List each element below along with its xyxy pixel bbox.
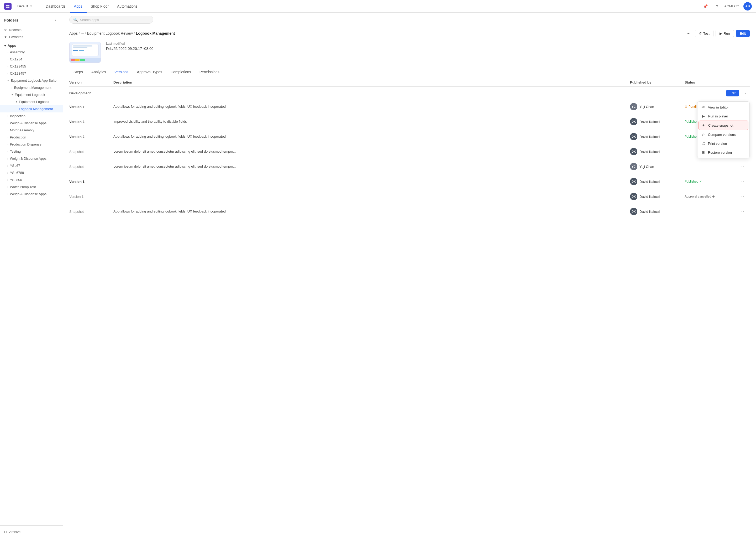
dropdown-run-player[interactable]: ▶ Run in player — [697, 112, 749, 121]
dropdown-create-snapshot[interactable]: ✦ Create snapshot — [698, 121, 748, 130]
sidebar-item-label: Production Dispense — [10, 142, 41, 146]
dropdown-print-version[interactable]: 🖨 Print version — [697, 139, 749, 148]
last-modified-label: Last modified — [106, 42, 154, 45]
section-actions: Edit ⋯ — [726, 89, 750, 97]
tab-automations[interactable]: Automations — [113, 0, 142, 13]
table-row: Snapshot Lorem ipsum dolor sit amet, con… — [69, 159, 750, 174]
search-input[interactable] — [80, 18, 149, 22]
user-avatar-placeholder: DK — [630, 178, 638, 185]
tab-shop-floor[interactable]: Shop Floor — [87, 0, 113, 13]
sidebar-item-weigh-dispense[interactable]: › Weigh & Dispense Apps — [0, 120, 63, 127]
chevron-down-icon: ▾ — [16, 100, 17, 103]
sidebar-section-apps[interactable]: ▾ Apps — [0, 41, 63, 49]
sidebar-item-inspection[interactable]: › Inspection — [0, 112, 63, 120]
sidebar-item-equipment-management[interactable]: › Equipment Management — [0, 84, 63, 91]
row-more-button[interactable]: ⋯ — [739, 162, 748, 171]
sidebar-item-cx123455[interactable]: › CX123455 — [0, 63, 63, 70]
dropdown-item-label: Compare versions — [708, 133, 736, 136]
table-row: Version x App allows for adding and edit… — [69, 99, 750, 114]
dropdown-view-editor[interactable]: 👁 View in Editor — [697, 103, 749, 112]
test-button[interactable]: ↺ Test — [695, 30, 714, 37]
row-more-button[interactable]: ⋯ — [739, 192, 748, 201]
section-edit-button[interactable]: Edit — [726, 90, 739, 96]
breadcrumb-row: Apps / ··· / Equipment Logbook Review / … — [63, 27, 756, 37]
sidebar-item-equipment-logbook-suite[interactable]: ▾ Equipment Logbook App Suite — [0, 77, 63, 84]
tab-dashboards[interactable]: Dashboards — [41, 0, 70, 13]
sidebar-item-ysl67[interactable]: › YSL67 — [0, 162, 63, 169]
favorites-icon: ★ — [4, 35, 7, 39]
sidebar-item-equipment-logbook-3[interactable]: ▾ Equipment Logbook — [0, 98, 63, 105]
sidebar-expand-button[interactable]: › — [52, 17, 59, 23]
tab-approval-types[interactable]: Approval Types — [133, 67, 166, 77]
col-header-published-by: Published by — [630, 81, 683, 84]
tabs-row: Steps Analytics Versions Approval Types … — [63, 67, 756, 77]
tab-versions[interactable]: Versions — [110, 67, 133, 77]
chevron-right-icon: › — [12, 86, 13, 89]
breadcrumb-ellipsis[interactable]: ··· — [81, 31, 84, 35]
breadcrumb-sep-3: / — [134, 31, 135, 35]
sidebar-item-logbook-management[interactable]: Logbook Management — [0, 105, 63, 112]
sidebar-item-weigh-dispense-3[interactable]: › Weigh & Dispense Apps — [0, 190, 63, 197]
breadcrumb-equipment-logbook[interactable]: Equipment Logbook Review — [87, 31, 132, 35]
status-badge — [685, 166, 737, 167]
sidebar-item-label: Logbook Management — [19, 107, 53, 111]
sidebar-item-water-pump-test[interactable]: › Water Pump Test — [0, 183, 63, 190]
user-avatar-placeholder: DK — [630, 118, 638, 125]
sidebar-item-motor-assembly[interactable]: › Motor Assembly — [0, 127, 63, 134]
run-button[interactable]: ▶ Run — [716, 30, 734, 37]
sidebar-item-production[interactable]: › Production — [0, 134, 63, 141]
workspace-selector[interactable]: Default ▼ — [15, 3, 35, 9]
help-icon[interactable]: ? — [713, 2, 721, 11]
dropdown-compare-versions[interactable]: ⇄ Compare versions — [697, 130, 749, 139]
sidebar-item-label: Assembly — [10, 50, 25, 54]
company-label: ACMECO. — [724, 4, 740, 8]
chevron-down-icon: ▾ — [7, 79, 9, 82]
toolbar-more-button[interactable]: ··· — [684, 29, 693, 37]
sidebar-item-production-dispense[interactable]: › Production Dispense — [0, 141, 63, 148]
sidebar-archive[interactable]: ⊡ Archive — [4, 529, 59, 535]
breadcrumb-apps[interactable]: Apps — [69, 31, 78, 35]
user-avatar[interactable]: AB — [743, 2, 752, 11]
sidebar-item-assembly[interactable]: › Assembly — [0, 49, 63, 56]
published-by: DK David Kaloczi — [630, 178, 683, 185]
tab-permissions[interactable]: Permissions — [195, 67, 224, 77]
sidebar-item-label: Inspection — [10, 114, 25, 118]
tab-analytics[interactable]: Analytics — [87, 67, 110, 77]
tab-steps[interactable]: Steps — [69, 67, 87, 77]
dropdown-item-label: Run in player — [708, 114, 728, 118]
app-logo[interactable] — [4, 3, 12, 10]
sidebar-item-testing[interactable]: › Testing — [0, 148, 63, 155]
tab-completions[interactable]: Completions — [166, 67, 195, 77]
dropdown-restore-version[interactable]: ⊞ Restore version — [697, 148, 749, 157]
sidebar-item-cx1234[interactable]: › CX1234 — [0, 56, 63, 63]
row-more-button[interactable]: ⋯ — [739, 177, 748, 186]
version-label: Version x — [69, 105, 111, 109]
user-name: Yuji Chan — [639, 165, 654, 169]
sidebar-favorites[interactable]: ★ Favorites — [0, 33, 63, 40]
development-label: Development — [69, 91, 91, 95]
sidebar-item-label: Weigh & Dispense Apps — [10, 157, 46, 161]
sidebar-item-cx123457[interactable]: › CX123457 — [0, 70, 63, 77]
pin-icon[interactable]: 📌 — [701, 2, 710, 11]
sidebar-item-weigh-dispense-2[interactable]: › Weigh & Dispense Apps — [0, 155, 63, 162]
svg-rect-1 — [8, 5, 10, 6]
last-modified-value: Feb/25/2022 09:20:17 -08:00 — [106, 46, 154, 51]
dropdown-item-label: Create snapshot — [708, 124, 733, 128]
sidebar-recents[interactable]: ↺ Recents — [0, 26, 63, 33]
sidebar-item-ysl800[interactable]: › YSL800 — [0, 176, 63, 183]
chevron-right-icon: › — [7, 136, 8, 139]
version-desc: App allows for adding and editing logboo… — [114, 209, 628, 214]
sidebar-item-label: Production — [10, 135, 26, 139]
table-row: Version 1 DK David Kaloczi Approval canc… — [69, 189, 750, 204]
tab-apps[interactable]: Apps — [70, 0, 87, 13]
sidebar-item-equipment-logbook-2[interactable]: ▾ Equipment Logbook — [0, 91, 63, 98]
edit-button[interactable]: Edit — [736, 30, 750, 37]
published-by: DK David Kaloczi — [630, 208, 683, 215]
sidebar-item-ysl6789[interactable]: › YSL6789 — [0, 169, 63, 176]
version-label: Snapshot — [69, 210, 111, 214]
row-more-button[interactable]: ⋯ — [739, 207, 748, 216]
section-more-button[interactable]: ⋯ — [741, 89, 750, 97]
chevron-right-icon: › — [7, 150, 8, 153]
sidebar-item-label: YSL67 — [10, 164, 20, 168]
user-name: David Kaloczi — [639, 210, 660, 214]
